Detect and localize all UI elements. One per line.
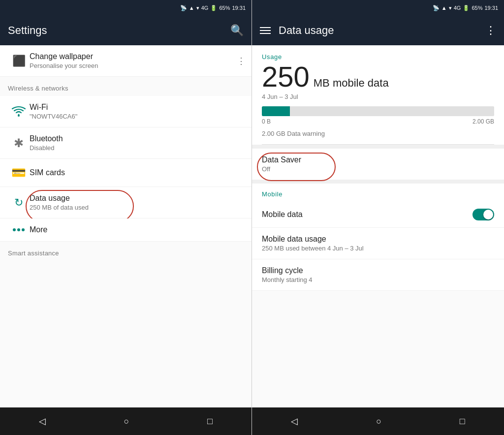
- mobile-data-usage-title: Mobile data usage: [262, 235, 364, 244]
- smart-section-header: Smart assistance: [0, 242, 252, 261]
- left-status-bar: 📡 ▲ ▾ 4G 🔋 65% 19:31: [0, 0, 252, 16]
- right-panel: 📡 ▲ ▾ 4G 🔋 65% 19:31 Data usage ⋮ Usage …: [252, 0, 504, 435]
- mobile-data-item[interactable]: Mobile data: [252, 202, 504, 228]
- wifi-status-icon: ▾: [196, 5, 199, 11]
- wifi-text: Wi-Fi "NOWTV46CA6": [30, 103, 244, 120]
- bluetooth-subtitle: Disabled: [30, 144, 244, 152]
- back-button[interactable]: ◁: [29, 412, 56, 431]
- data-usage-subtitle: 250 MB of data used: [30, 204, 244, 211]
- right-status-bar: 📡 ▲ ▾ 4G 🔋 65% 19:31: [252, 0, 504, 16]
- bluetooth-item[interactable]: ✱ Bluetooth Disabled: [0, 127, 252, 159]
- usage-progress-fill: [262, 106, 290, 116]
- more-icon-wrapper: [8, 228, 30, 231]
- right-network-type: 4G: [454, 5, 461, 11]
- data-usage-content: Usage 250 MB mobile data 4 Jun – 3 Jul 0…: [252, 45, 504, 407]
- usage-number: 250: [262, 62, 310, 91]
- data-usage-icon: ↻: [14, 196, 23, 209]
- data-saver-title: Data Saver: [262, 155, 494, 164]
- right-battery-level: 65%: [472, 5, 482, 11]
- usage-section: Usage 250 MB mobile data 4 Jun – 3 Jul 0…: [252, 45, 504, 149]
- right-app-bar: Data usage ⋮: [252, 16, 504, 45]
- left-app-bar: Settings 🔍: [0, 16, 252, 45]
- sim-text: SIM cards: [30, 168, 244, 177]
- data-usage-title-bar: Data usage: [279, 24, 334, 37]
- data-icon-wrapper: ↻: [8, 196, 30, 209]
- more-text: More: [30, 225, 244, 234]
- battery-level: 65%: [219, 5, 230, 11]
- search-button[interactable]: 🔍: [230, 24, 244, 37]
- right-signal-icon: ▲: [441, 5, 447, 11]
- right-recents-button[interactable]: □: [450, 412, 475, 431]
- left-nav-bar: ◁ ○ □: [0, 407, 252, 435]
- right-back-button[interactable]: ◁: [281, 412, 308, 431]
- toggle-knob: [483, 210, 493, 219]
- usage-unit: MB mobile data: [314, 77, 389, 90]
- mobile-section-header: Mobile: [252, 184, 504, 202]
- mobile-data-usage-item[interactable]: Mobile data usage 250 MB used between 4 …: [252, 228, 504, 259]
- right-clock: 19:31: [484, 5, 498, 11]
- more-options-button[interactable]: ⋮: [485, 24, 496, 37]
- wifi-subtitle: "NOWTV46CA6": [30, 113, 244, 120]
- home-button[interactable]: ○: [114, 412, 139, 431]
- billing-cycle-subtitle: Monthly starting 4: [262, 276, 313, 283]
- progress-min: 0 B: [262, 118, 271, 125]
- signal-icon: ▲: [189, 5, 194, 11]
- hamburger-menu[interactable]: [260, 27, 271, 34]
- wallpaper-icon-wrapper: ⬛: [8, 55, 30, 67]
- settings-list: ⬛ Change wallpaper Personalise your scre…: [0, 45, 252, 407]
- data-saver-subtitle: Off: [262, 165, 494, 173]
- billing-cycle-text: Billing cycle Monthly starting 4: [262, 266, 313, 283]
- wallpaper-icon: ⬛: [12, 55, 26, 67]
- billing-cycle-item[interactable]: Billing cycle Monthly starting 4: [252, 259, 504, 291]
- data-usage-item[interactable]: ↻ Data usage 250 MB of data used: [0, 187, 252, 218]
- mobile-data-text: Mobile data: [262, 210, 303, 219]
- mobile-data-usage-subtitle: 250 MB used between 4 Jun – 3 Jul: [262, 245, 364, 252]
- data-warning: 2.00 GB Data warning: [262, 130, 494, 145]
- bluetooth-text: Bluetooth Disabled: [30, 134, 244, 152]
- wifi-item[interactable]: Wi-Fi "NOWTV46CA6": [0, 96, 252, 127]
- wallpaper-item[interactable]: ⬛ Change wallpaper Personalise your scre…: [0, 45, 252, 77]
- sim-icon-wrapper: 💳: [8, 166, 30, 180]
- svg-point-0: [18, 115, 20, 117]
- wallpaper-text: Change wallpaper Personalise your screen: [30, 52, 232, 69]
- network-type: 4G: [201, 5, 209, 11]
- mobile-data-usage-text: Mobile data usage 250 MB used between 4 …: [262, 235, 364, 252]
- settings-title: Settings: [8, 24, 47, 37]
- usage-label: Usage: [262, 53, 494, 61]
- left-status-icons: 📡 ▲ ▾ 4G 🔋 65% 19:31: [180, 5, 246, 11]
- more-item[interactable]: More: [0, 218, 252, 242]
- wallpaper-subtitle: Personalise your screen: [30, 62, 232, 69]
- wireless-section-header: Wireless & networks: [0, 77, 252, 96]
- right-home-button[interactable]: ○: [366, 412, 391, 431]
- sim-icon: 💳: [11, 166, 26, 180]
- bluetooth-title: Bluetooth: [30, 134, 244, 143]
- sim-title: SIM cards: [30, 168, 244, 177]
- cast-icon: 📡: [180, 5, 187, 11]
- right-wifi-status-icon: ▾: [449, 5, 452, 11]
- wallpaper-more-icon[interactable]: ⋮: [237, 57, 246, 65]
- more-dots-icon: [13, 228, 25, 231]
- progress-labels: 0 B 2.00 GB: [262, 118, 494, 125]
- progress-max: 2.00 GB: [472, 118, 494, 125]
- wifi-icon-wrapper: [8, 106, 30, 118]
- bluetooth-icon: ✱: [14, 136, 24, 150]
- wallpaper-title: Change wallpaper: [30, 52, 232, 61]
- right-nav-bar: ◁ ○ □: [252, 407, 504, 435]
- usage-progress-bar: [262, 106, 494, 116]
- usage-date-range: 4 Jun – 3 Jul: [262, 93, 494, 100]
- wifi-icon: [11, 106, 26, 118]
- billing-cycle-title: Billing cycle: [262, 266, 313, 275]
- data-saver-item[interactable]: Data Saver Off: [252, 149, 504, 184]
- recents-button[interactable]: □: [197, 412, 222, 431]
- mobile-data-title: Mobile data: [262, 210, 303, 219]
- app-bar-left: Data usage: [260, 24, 334, 37]
- data-usage-title: Data usage: [30, 194, 244, 203]
- left-panel: 📡 ▲ ▾ 4G 🔋 65% 19:31 Settings 🔍 ⬛ Change…: [0, 0, 252, 435]
- mobile-data-toggle[interactable]: [472, 209, 494, 220]
- usage-amount: 250 MB mobile data: [262, 62, 494, 91]
- sim-item[interactable]: 💳 SIM cards: [0, 159, 252, 187]
- right-status-icons: 📡 ▲ ▾ 4G 🔋 65% 19:31: [433, 5, 498, 11]
- right-cast-icon: 📡: [433, 5, 440, 11]
- data-usage-text: Data usage 250 MB of data used: [30, 194, 244, 211]
- right-battery-icon: 🔋: [463, 5, 470, 11]
